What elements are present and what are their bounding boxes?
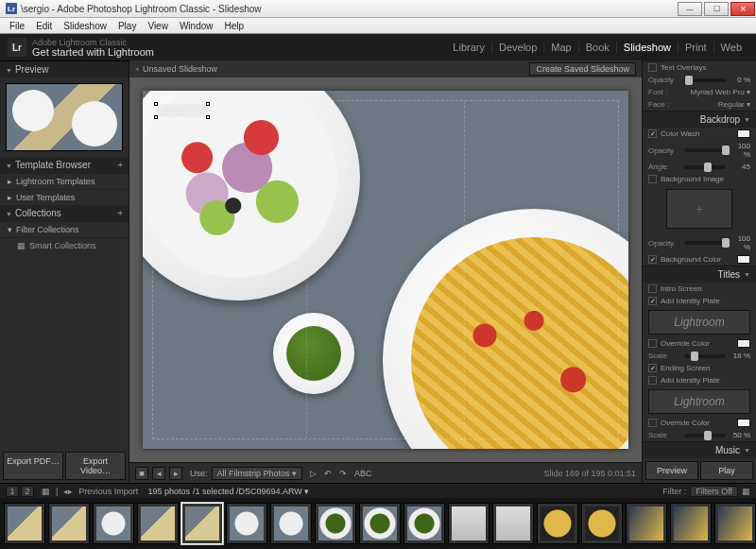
bg-color-toggle[interactable]: Background Color [643, 253, 756, 266]
resize-handle[interactable] [154, 102, 158, 106]
checkbox-icon[interactable] [648, 339, 657, 348]
cw-angle-slider[interactable] [684, 165, 726, 169]
override-color2-toggle[interactable]: Override Color [643, 417, 756, 429]
filmstrip-thumb[interactable] [315, 503, 356, 544]
checkbox-icon[interactable] [648, 63, 657, 72]
menu-view[interactable]: View [142, 21, 174, 31]
checkbox-icon[interactable] [648, 364, 657, 372]
filmstrip-thumb[interactable] [137, 503, 179, 544]
bg-image-toggle[interactable]: Background Image [643, 173, 756, 185]
filter-dropdown[interactable]: Filters Off [690, 486, 738, 497]
filmstrip-thumb[interactable] [537, 503, 578, 544]
scale-slider[interactable] [684, 354, 726, 358]
add-template-button[interactable]: + [117, 160, 123, 170]
override2-swatch[interactable] [737, 419, 750, 427]
checkbox-icon[interactable] [648, 419, 657, 427]
filter-lock-icon[interactable]: ▦ [742, 487, 750, 496]
text-overlays-toggle[interactable]: Text Overlays [643, 61, 756, 74]
text-overlay-button[interactable]: ABC [354, 469, 372, 478]
menu-play[interactable]: Play [112, 21, 142, 31]
preview-button[interactable]: Preview [645, 461, 698, 480]
preview-thumbnail[interactable] [6, 83, 123, 151]
filmstrip-thumb[interactable] [670, 503, 712, 544]
menu-file[interactable]: File [4, 21, 30, 31]
filmstrip[interactable] [0, 498, 756, 549]
ending-screen-toggle[interactable]: Ending Screen [643, 362, 756, 374]
display-1-button[interactable]: 1 [6, 486, 19, 497]
collections-header[interactable]: ▼Collections + [0, 205, 129, 221]
bgimg-opacity-slider[interactable] [684, 241, 726, 245]
nav-fwd-icon[interactable]: ▸ [68, 487, 73, 496]
titles-header[interactable]: Titles▼ [643, 266, 756, 283]
selected-file[interactable]: /1 selected /DSC09694.ARW ▾ [193, 487, 309, 496]
resize-handle[interactable] [206, 115, 210, 119]
module-library[interactable]: Library [446, 42, 491, 53]
create-saved-slideshow-button[interactable]: Create Saved Slideshow [529, 62, 636, 76]
identity-plate-preview[interactable]: Lightroom [648, 310, 750, 335]
override-swatch[interactable] [737, 339, 750, 348]
preview-panel-header[interactable]: ▼Preview [0, 61, 129, 77]
checkbox-icon[interactable] [648, 129, 657, 138]
checkbox-icon[interactable] [648, 376, 657, 385]
template-browser-header[interactable]: ▼Template Browser + [0, 157, 129, 173]
identity-plate-preview-2[interactable]: Lightroom [648, 389, 750, 414]
bg-image-dropzone[interactable]: + [666, 189, 732, 229]
template-item[interactable]: ▸Lightroom Templates [0, 173, 129, 189]
filmstrip-thumb[interactable] [581, 503, 623, 544]
display-2-button[interactable]: 2 [21, 486, 34, 497]
filmstrip-thumb[interactable] [359, 503, 401, 544]
add-identity-toggle[interactable]: Add Identity Plate [643, 295, 756, 307]
template-item[interactable]: ▸User Templates [0, 189, 129, 205]
filmstrip-thumb[interactable] [48, 503, 90, 544]
opacity-slider[interactable] [684, 78, 726, 82]
filmstrip-thumb[interactable] [626, 503, 667, 544]
grid-icon[interactable]: ▦ [42, 487, 50, 496]
rotate-ccw-icon[interactable]: ↶ [324, 469, 332, 478]
filmstrip-thumb[interactable] [448, 503, 490, 544]
menu-help[interactable]: Help [218, 21, 249, 31]
play-button[interactable]: Play [700, 461, 753, 480]
use-dropdown[interactable]: All Filmstrip Photos ▾ [212, 467, 303, 480]
intro-screen-toggle[interactable]: Intro Screen [643, 283, 756, 295]
menu-slideshow[interactable]: Slideshow [58, 21, 112, 31]
add-collection-button[interactable]: + [117, 208, 123, 218]
cw-opacity-slider[interactable] [684, 148, 726, 152]
checkbox-icon[interactable] [648, 255, 657, 264]
slideshow-stage[interactable]: Lightroom [129, 77, 642, 462]
export-pdf-button[interactable]: Export PDF… [3, 452, 63, 480]
resize-handle[interactable] [154, 115, 158, 119]
export-video-button[interactable]: Export Video… [65, 452, 126, 480]
add-identity2-toggle[interactable]: Add Identity Plate [643, 374, 756, 386]
filmstrip-thumb[interactable] [714, 503, 756, 544]
identity-plate-overlay[interactable]: Lightroom [156, 104, 208, 117]
module-book[interactable]: Book [578, 42, 616, 53]
colorwash-swatch[interactable] [737, 129, 750, 138]
filmstrip-thumb[interactable] [492, 503, 534, 544]
close-button[interactable]: ✕ [730, 2, 755, 16]
scale2-slider[interactable] [684, 434, 726, 437]
font-dropdown[interactable]: Myriad Web Pro ▾ [684, 88, 750, 96]
music-header[interactable]: Music▼ [643, 442, 756, 458]
collection-item[interactable]: ▾Filter Collections [0, 221, 129, 237]
module-map[interactable]: Map [543, 42, 577, 53]
checkbox-icon[interactable] [648, 284, 657, 293]
color-wash-toggle[interactable]: Color Wash [643, 128, 756, 140]
checkbox-icon[interactable] [648, 297, 657, 305]
collapse-left-icon[interactable]: ◂ [135, 65, 139, 73]
bgcolor-swatch[interactable] [737, 255, 750, 264]
filmstrip-thumb[interactable] [181, 503, 223, 544]
face-dropdown[interactable]: Regular ▾ [684, 100, 750, 109]
prev-slide-button[interactable]: ◂ [152, 467, 165, 480]
slide-canvas[interactable]: Lightroom [143, 91, 628, 449]
checkbox-icon[interactable] [648, 175, 657, 183]
filmstrip-thumb[interactable] [93, 503, 134, 544]
rotate-cw-icon[interactable]: ↷ [339, 469, 347, 478]
collection-item[interactable]: ▦Smart Collections [0, 237, 129, 253]
filmstrip-thumb[interactable] [404, 503, 445, 544]
filmstrip-thumb[interactable] [270, 503, 312, 544]
next-slide-button[interactable]: ▸ [169, 467, 182, 480]
module-print[interactable]: Print [678, 42, 713, 53]
filmstrip-thumb[interactable] [226, 503, 267, 544]
filmstrip-thumb[interactable] [4, 503, 45, 544]
module-develop[interactable]: Develop [491, 42, 543, 53]
